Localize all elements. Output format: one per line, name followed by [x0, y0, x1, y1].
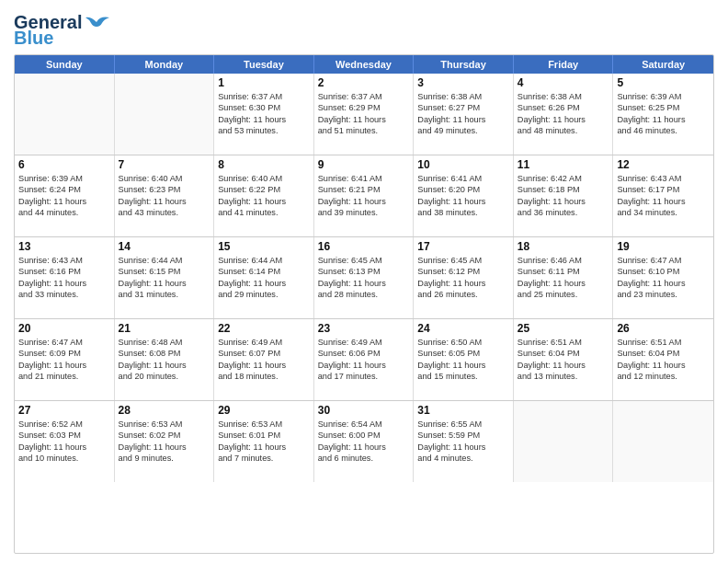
- day-info-line: Sunrise: 6:53 AM: [119, 419, 210, 430]
- day-info-line: and 41 minutes.: [218, 207, 310, 218]
- day-info-line: and 17 minutes.: [318, 371, 410, 382]
- day-info-line: Sunrise: 6:51 AM: [617, 337, 710, 348]
- day-info-line: Sunrise: 6:44 AM: [119, 255, 210, 266]
- day-info-line: Sunrise: 6:46 AM: [518, 255, 609, 266]
- day-info-line: Sunrise: 6:51 AM: [518, 337, 609, 348]
- day-info-line: Daylight: 11 hours: [318, 114, 410, 125]
- day-info-line: and 46 minutes.: [617, 125, 710, 136]
- day-info-line: Sunrise: 6:47 AM: [617, 255, 710, 266]
- day-number: 28: [119, 404, 210, 417]
- day-info-line: Daylight: 11 hours: [119, 442, 210, 453]
- calendar-day-6: 6Sunrise: 6:39 AMSunset: 6:24 PMDaylight…: [15, 155, 115, 236]
- day-info-line: Sunrise: 6:43 AM: [617, 173, 710, 184]
- day-info-line: Sunset: 6:27 PM: [417, 102, 509, 113]
- calendar-day-18: 18Sunrise: 6:46 AMSunset: 6:11 PMDayligh…: [514, 237, 614, 318]
- calendar-body: 1Sunrise: 6:37 AMSunset: 6:30 PMDaylight…: [15, 74, 713, 482]
- day-info-line: Sunset: 6:13 PM: [318, 266, 410, 277]
- day-info-line: Sunrise: 6:50 AM: [417, 337, 509, 348]
- day-info-line: and 21 minutes.: [18, 371, 110, 382]
- day-info-line: Sunrise: 6:45 AM: [417, 255, 509, 266]
- day-info-line: Sunset: 6:15 PM: [119, 266, 210, 277]
- calendar-week-5: 27Sunrise: 6:52 AMSunset: 6:03 PMDayligh…: [15, 400, 713, 482]
- day-info-line: Sunrise: 6:37 AM: [318, 91, 410, 102]
- day-number: 21: [119, 322, 210, 335]
- day-header-monday: Monday: [115, 55, 215, 74]
- day-number: 11: [518, 158, 609, 171]
- calendar-day-25: 25Sunrise: 6:51 AMSunset: 6:04 PMDayligh…: [514, 319, 614, 400]
- day-info-line: Sunrise: 6:44 AM: [218, 255, 310, 266]
- day-info-line: Sunset: 6:14 PM: [218, 266, 310, 277]
- day-header-tuesday: Tuesday: [214, 55, 314, 74]
- day-number: 29: [218, 404, 310, 417]
- day-number: 16: [318, 240, 410, 253]
- day-number: 8: [218, 158, 310, 171]
- calendar-day-21: 21Sunrise: 6:48 AMSunset: 6:08 PMDayligh…: [115, 319, 215, 400]
- day-info-line: and 43 minutes.: [119, 207, 210, 218]
- day-info-line: and 49 minutes.: [417, 125, 509, 136]
- calendar-day-31: 31Sunrise: 6:55 AMSunset: 5:59 PMDayligh…: [414, 401, 514, 482]
- calendar-week-2: 6Sunrise: 6:39 AMSunset: 6:24 PMDaylight…: [15, 155, 713, 236]
- calendar-day-16: 16Sunrise: 6:45 AMSunset: 6:13 PMDayligh…: [314, 237, 415, 318]
- calendar-day-8: 8Sunrise: 6:40 AMSunset: 6:22 PMDaylight…: [214, 155, 314, 236]
- day-info-line: Daylight: 11 hours: [18, 360, 110, 371]
- calendar-day-15: 15Sunrise: 6:44 AMSunset: 6:14 PMDayligh…: [214, 237, 314, 318]
- day-info-line: Daylight: 11 hours: [518, 196, 609, 207]
- day-info-line: Daylight: 11 hours: [417, 114, 509, 125]
- day-info-line: and 51 minutes.: [318, 125, 410, 136]
- day-info-line: Daylight: 11 hours: [119, 360, 210, 371]
- day-info-line: Daylight: 11 hours: [417, 442, 509, 453]
- calendar-day-19: 19Sunrise: 6:47 AMSunset: 6:10 PMDayligh…: [613, 237, 713, 318]
- day-info-line: Daylight: 11 hours: [518, 360, 609, 371]
- day-info-line: and 10 minutes.: [18, 453, 110, 464]
- day-info-line: Sunset: 6:11 PM: [518, 266, 609, 277]
- day-info-line: and 26 minutes.: [417, 289, 509, 300]
- day-info-line: Sunrise: 6:39 AM: [617, 91, 710, 102]
- day-info-line: Sunrise: 6:48 AM: [119, 337, 210, 348]
- day-info-line: Sunset: 6:04 PM: [518, 348, 609, 359]
- calendar-day-23: 23Sunrise: 6:49 AMSunset: 6:06 PMDayligh…: [314, 319, 415, 400]
- calendar-day-10: 10Sunrise: 6:41 AMSunset: 6:20 PMDayligh…: [414, 155, 514, 236]
- day-header-sunday: Sunday: [15, 55, 115, 74]
- day-info-line: Daylight: 11 hours: [617, 196, 710, 207]
- day-info-line: Sunset: 6:24 PM: [18, 184, 110, 195]
- day-number: 20: [18, 322, 110, 335]
- calendar-header-row: SundayMondayTuesdayWednesdayThursdayFrid…: [15, 55, 713, 74]
- calendar-day-30: 30Sunrise: 6:54 AMSunset: 6:00 PMDayligh…: [314, 401, 415, 482]
- day-number: 22: [218, 322, 310, 335]
- day-info-line: and 53 minutes.: [218, 125, 310, 136]
- day-info-line: Sunrise: 6:42 AM: [518, 173, 609, 184]
- calendar-day-22: 22Sunrise: 6:49 AMSunset: 6:07 PMDayligh…: [214, 319, 314, 400]
- day-info-line: Sunset: 6:17 PM: [617, 184, 710, 195]
- day-info-line: and 33 minutes.: [18, 289, 110, 300]
- calendar-week-3: 13Sunrise: 6:43 AMSunset: 6:16 PMDayligh…: [15, 236, 713, 318]
- day-number: 14: [119, 240, 210, 253]
- calendar-week-1: 1Sunrise: 6:37 AMSunset: 6:30 PMDaylight…: [15, 74, 713, 155]
- day-info-line: Daylight: 11 hours: [417, 278, 509, 289]
- day-info-line: Sunset: 6:07 PM: [218, 348, 310, 359]
- calendar-day-4: 4Sunrise: 6:38 AMSunset: 6:26 PMDaylight…: [514, 74, 614, 155]
- day-info-line: Sunrise: 6:55 AM: [417, 419, 509, 430]
- calendar-day-12: 12Sunrise: 6:43 AMSunset: 6:17 PMDayligh…: [613, 155, 713, 236]
- day-info-line: Sunset: 6:12 PM: [417, 266, 509, 277]
- day-number: 3: [417, 76, 509, 89]
- day-info-line: Sunrise: 6:41 AM: [318, 173, 410, 184]
- calendar: SundayMondayTuesdayWednesdayThursdayFrid…: [14, 54, 714, 554]
- day-info-line: Sunset: 6:16 PM: [18, 266, 110, 277]
- calendar-day-11: 11Sunrise: 6:42 AMSunset: 6:18 PMDayligh…: [514, 155, 614, 236]
- day-info-line: Daylight: 11 hours: [417, 360, 509, 371]
- day-info-line: Daylight: 11 hours: [318, 442, 410, 453]
- day-info-line: Sunrise: 6:38 AM: [518, 91, 609, 102]
- day-header-friday: Friday: [514, 55, 614, 74]
- calendar-day-14: 14Sunrise: 6:44 AMSunset: 6:15 PMDayligh…: [115, 237, 215, 318]
- day-number: 4: [518, 76, 609, 89]
- calendar-day-3: 3Sunrise: 6:38 AMSunset: 6:27 PMDaylight…: [414, 74, 514, 155]
- day-number: 23: [318, 322, 410, 335]
- day-info-line: Daylight: 11 hours: [417, 196, 509, 207]
- day-info-line: Sunset: 6:04 PM: [617, 348, 710, 359]
- day-number: 12: [617, 158, 710, 171]
- day-info-line: Daylight: 11 hours: [218, 278, 310, 289]
- day-info-line: Sunrise: 6:45 AM: [318, 255, 410, 266]
- day-info-line: Sunrise: 6:43 AM: [18, 255, 110, 266]
- day-info-line: Sunset: 6:06 PM: [318, 348, 410, 359]
- calendar-day-24: 24Sunrise: 6:50 AMSunset: 6:05 PMDayligh…: [414, 319, 514, 400]
